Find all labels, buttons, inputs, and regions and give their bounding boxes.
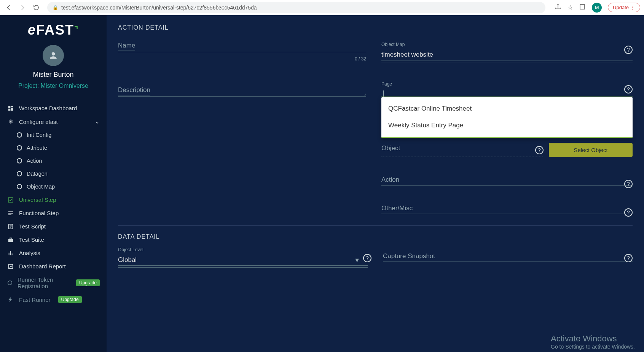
sidebar-item-runner-token[interactable]: Runner Token Registration Upgrade bbox=[0, 273, 107, 293]
help-icon[interactable]: ? bbox=[624, 208, 633, 217]
sidebar-item-dashboard-report[interactable]: Dashboard Report bbox=[0, 260, 107, 273]
description-field[interactable]: Description ⌟ bbox=[118, 86, 366, 97]
dashboard-icon bbox=[7, 105, 14, 111]
name-label: Name bbox=[118, 40, 135, 51]
object-level-label: Object Level bbox=[118, 247, 368, 252]
upgrade-badge[interactable]: Upgrade bbox=[58, 296, 82, 303]
sidebar-item-test-script[interactable]: Test Script bbox=[0, 220, 107, 233]
sidebar-item-datagen[interactable]: Datagen bbox=[0, 167, 107, 180]
sidebar-item-configure-efast[interactable]: Configure efast ⌄ bbox=[0, 115, 107, 128]
radio-icon bbox=[17, 145, 22, 151]
page-option-qcfastcar[interactable]: QCFastcar Online Timesheet bbox=[381, 100, 633, 117]
user-area: Mister Burton Project: Mister Omniverse bbox=[0, 45, 107, 89]
forward-button[interactable] bbox=[18, 3, 27, 13]
help-icon[interactable]: ? bbox=[624, 85, 633, 94]
lock-icon: 🔒 bbox=[53, 5, 58, 10]
arrow-left-icon bbox=[5, 4, 12, 11]
windows-watermark: Activate Windows Go to Settings to activ… bbox=[551, 334, 635, 350]
chevron-down-icon: ⌄ bbox=[95, 118, 100, 125]
object-map-field[interactable]: Object Map timesheet website ? bbox=[381, 42, 633, 62]
name-counter: 0 / 32 bbox=[355, 56, 366, 62]
radio-icon bbox=[17, 158, 22, 163]
person-icon bbox=[48, 51, 58, 60]
object-map-value: timesheet website bbox=[381, 49, 633, 60]
help-icon[interactable]: ? bbox=[624, 254, 633, 262]
page-dropdown: QCFastcar Online Timesheet Weekly Status… bbox=[381, 97, 633, 138]
url-bar[interactable]: 🔒 test.efastworkspace.com/MisterBurton/u… bbox=[47, 2, 545, 13]
select-object-button[interactable]: Select Object bbox=[549, 143, 633, 157]
update-button[interactable]: Update ⋮ bbox=[608, 3, 640, 12]
object-level-field[interactable]: Object Level Global ▼ ? bbox=[118, 247, 368, 268]
page-input[interactable] bbox=[381, 89, 633, 97]
object-level-value: Global bbox=[118, 255, 368, 266]
sidebar-item-functional-step[interactable]: Functional Step bbox=[0, 206, 107, 220]
section-data-detail: DATA DETAIL bbox=[118, 233, 633, 240]
profile-avatar[interactable]: M bbox=[592, 3, 602, 13]
kebab-icon: ⋮ bbox=[630, 5, 635, 10]
sidebar-item-object-map[interactable]: Object Map bbox=[0, 180, 107, 193]
caret-down-icon: ▼ bbox=[354, 257, 360, 264]
list-icon bbox=[7, 210, 14, 216]
other-misc-field[interactable]: Other/Misc ? bbox=[381, 205, 633, 214]
sidebar-item-test-suite[interactable]: Test Suite bbox=[0, 233, 107, 246]
reload-button[interactable] bbox=[31, 3, 41, 13]
resize-handle-icon[interactable]: ⌟ bbox=[364, 91, 366, 96]
sidebar-item-action[interactable]: Action bbox=[0, 154, 107, 167]
sidebar: eFAST⌝ Mister Burton Project: Mister Omn… bbox=[0, 15, 107, 352]
capture-snapshot-field[interactable]: Capture Snapshot ? bbox=[383, 247, 633, 268]
user-avatar[interactable] bbox=[43, 45, 64, 66]
object-label: Object bbox=[381, 143, 400, 153]
other-label: Other/Misc bbox=[381, 203, 413, 213]
svg-rect-0 bbox=[580, 5, 585, 9]
help-icon[interactable]: ? bbox=[535, 146, 544, 154]
project-name: Project: Mister Omniverse bbox=[18, 82, 88, 89]
action-label: Action bbox=[381, 174, 399, 185]
sidebar-item-attribute[interactable]: Attribute bbox=[0, 141, 107, 154]
radio-icon bbox=[17, 184, 22, 189]
name-field[interactable]: Name 0 / 32 bbox=[118, 42, 366, 52]
chart-icon bbox=[7, 250, 14, 256]
radio-icon bbox=[17, 132, 22, 138]
step-icon bbox=[7, 197, 14, 203]
user-name: Mister Burton bbox=[33, 71, 73, 79]
reload-icon bbox=[33, 4, 40, 11]
sidebar-item-fast-runner[interactable]: Fast Runner Upgrade bbox=[0, 293, 107, 306]
upgrade-badge[interactable]: Upgrade bbox=[76, 279, 100, 286]
back-button[interactable] bbox=[4, 3, 14, 13]
app-logo: eFAST⌝ bbox=[0, 22, 107, 38]
suitcase-icon bbox=[7, 237, 14, 243]
sidebar-nav: Workspace Dashboard Configure efast ⌄ In… bbox=[0, 101, 107, 306]
gear-icon bbox=[7, 119, 14, 125]
script-icon bbox=[7, 224, 14, 230]
bolt-icon bbox=[7, 297, 14, 303]
sidebar-item-universal-step[interactable]: Universal Step bbox=[0, 193, 107, 206]
svg-rect-5 bbox=[10, 238, 11, 239]
extensions-icon[interactable] bbox=[579, 3, 586, 12]
svg-rect-4 bbox=[8, 239, 13, 242]
url-text: test.efastworkspace.com/MisterBurton/uni… bbox=[61, 5, 257, 11]
page-field[interactable]: Page ? QCFastcar Online Timesheet Weekly… bbox=[381, 81, 633, 97]
star-icon[interactable]: ☆ bbox=[567, 4, 573, 11]
report-icon bbox=[7, 263, 14, 270]
sidebar-item-analysis[interactable]: Analysis bbox=[0, 246, 107, 260]
page-label: Page bbox=[381, 81, 633, 87]
action-field[interactable]: Action ? bbox=[381, 176, 633, 186]
help-icon[interactable]: ? bbox=[624, 180, 633, 188]
browser-right-icons: ☆ M Update ⋮ bbox=[555, 3, 640, 13]
object-row: Object ? Select Object bbox=[381, 143, 633, 157]
arrow-right-icon bbox=[19, 4, 26, 11]
sidebar-item-workspace-dashboard[interactable]: Workspace Dashboard bbox=[0, 101, 107, 115]
main-panel: ACTION DETAIL Name 0 / 32 Description ⌟ bbox=[107, 15, 644, 352]
logo-accent-icon: ⌝ bbox=[74, 25, 79, 35]
radio-icon bbox=[17, 171, 22, 176]
token-icon bbox=[7, 280, 13, 286]
help-icon[interactable]: ? bbox=[363, 254, 371, 262]
capture-label: Capture Snapshot bbox=[383, 251, 435, 261]
help-icon[interactable]: ? bbox=[624, 46, 633, 54]
browser-chrome: 🔒 test.efastworkspace.com/MisterBurton/u… bbox=[0, 0, 644, 15]
description-label: Description bbox=[118, 85, 150, 95]
page-option-weekly[interactable]: Weekly Status Entry Page bbox=[381, 117, 633, 134]
share-icon[interactable] bbox=[555, 3, 561, 12]
sidebar-item-init-config[interactable]: Init Config bbox=[0, 128, 107, 141]
svg-point-7 bbox=[8, 281, 12, 285]
